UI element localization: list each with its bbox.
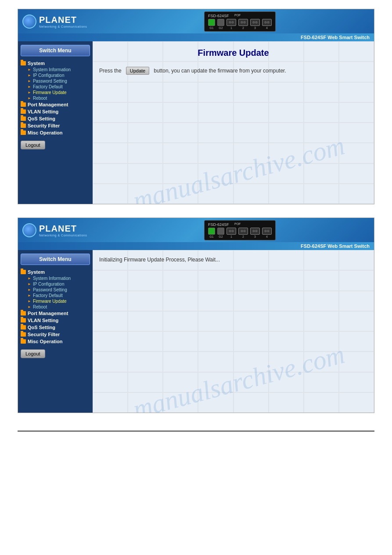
sidebar-item-reboot-2[interactable]: ► Reboot — [21, 304, 90, 310]
sidebar-item-firmware-1[interactable]: ► Firmware Update — [21, 90, 90, 95]
logo-text-area-2: PLANET Networking & Communications — [39, 224, 87, 237]
sidebar-item-sysinfo-1[interactable]: ► System Information — [21, 67, 90, 73]
arrow-icon-ipconfig-2: ► — [28, 282, 31, 286]
grid-cell — [128, 352, 163, 372]
port-sfp-3-icon-2 — [250, 228, 260, 235]
sidebar-section-misc-2[interactable]: Misc Operation — [21, 338, 90, 345]
sidebar-item-firmware-label-2: Firmware Update — [33, 299, 67, 304]
port-sfp-1-icon-2 — [227, 228, 236, 235]
folder-icon-system-2 — [21, 270, 26, 274]
sidebar-item-password-1[interactable]: ► Password Setting — [21, 78, 90, 84]
sidebar-security-label-1: Security Filter — [28, 123, 60, 128]
sidebar-section-security-1[interactable]: Security Filter — [21, 122, 90, 129]
folder-icon-misc-2 — [21, 339, 26, 344]
update-button-1[interactable]: Update — [126, 67, 149, 75]
sidebar-section-system-2[interactable]: System — [21, 268, 90, 276]
grid-cell — [163, 331, 198, 352]
sidebar-section-security-2[interactable]: Security Filter — [21, 331, 90, 338]
sidebar-section-vlan-2[interactable]: VLAN Setting — [21, 317, 90, 324]
logout-button-2[interactable]: Logout — [21, 349, 45, 358]
grid-cell — [234, 372, 269, 392]
grid-cell — [339, 352, 374, 372]
grid-cell — [198, 123, 233, 143]
grid-cell — [128, 331, 163, 352]
grid-cell — [163, 82, 198, 102]
sidebar-section-portmgmt-2[interactable]: Port Management — [21, 310, 90, 317]
grid-cell — [93, 352, 128, 372]
grid-cell — [128, 143, 163, 163]
grid-cell — [269, 291, 304, 311]
panel-1: PLANET Networking & Communications FSD-6… — [18, 9, 374, 204]
grid-cell — [234, 311, 269, 331]
sidebar-item-factory-1[interactable]: ► Factory Default — [21, 84, 90, 90]
sidebar-section-qos-2[interactable]: QoS Setting — [21, 324, 90, 331]
grid-cell — [339, 372, 374, 392]
arrow-icon-reboot-1: ► — [28, 96, 31, 100]
grid-cell — [128, 82, 163, 102]
sidebar-item-factory-label-1: Factory Default — [33, 84, 63, 89]
sidebar-section-portmgmt-1[interactable]: Port Management — [21, 101, 90, 108]
sidebar-item-ipconfig-2[interactable]: ► IP Configuration — [21, 281, 90, 287]
sidebar-section-system-1[interactable]: System — [21, 60, 90, 67]
grid-cell — [304, 123, 339, 143]
port-group-3: 3 — [250, 19, 260, 29]
main-area-2: Switch Menu System ► System Information … — [18, 250, 374, 413]
grid-cell — [198, 163, 233, 184]
content-title-1: Firmware Update — [99, 48, 367, 58]
grid-cell — [163, 270, 198, 290]
arrow-icon-password-2: ► — [28, 288, 31, 292]
folder-icon-misc-1 — [21, 131, 26, 135]
logo-text-area: PLANET Networking & Communications — [39, 15, 87, 28]
content-inner-2: Initializing Firmware Update Process, Pl… — [99, 257, 367, 263]
grid-cell — [198, 392, 233, 413]
grid-cell — [128, 184, 163, 204]
sidebar-item-sysinfo-2[interactable]: ► System Information — [21, 276, 90, 281]
port-group-1-2: 1 — [227, 228, 236, 238]
switch-menu-button-2[interactable]: Switch Menu — [21, 254, 90, 265]
grid-cell — [339, 392, 374, 413]
title-bar-1: FSD-624SF Web Smart Switch — [18, 33, 374, 41]
grid-cell — [304, 102, 339, 123]
port-sfp-4-icon — [262, 19, 272, 26]
grid-cell — [93, 331, 128, 352]
sidebar-item-password-2[interactable]: ► Password Setting — [21, 287, 90, 293]
sidebar-item-password-label-1: Password Setting — [33, 79, 67, 83]
grid-cell — [234, 184, 269, 204]
sidebar-section-misc-1[interactable]: Misc Operation — [21, 129, 90, 136]
grid-cell — [163, 163, 198, 184]
grid-cell — [93, 143, 128, 163]
sidebar-section-qos-1[interactable]: QoS Setting — [21, 115, 90, 122]
sidebar-section-vlan-1[interactable]: VLAN Setting — [21, 108, 90, 115]
switch-graphic-1: FSD-624SF POF G1 G2 1 — [110, 11, 370, 32]
panel-2: PLANET Networking & Communications FSD-6… — [18, 218, 374, 413]
grid-cell — [339, 270, 374, 290]
sidebar-item-ipconfig-1[interactable]: ► IP Configuration — [21, 73, 90, 78]
switch-box-1: FSD-624SF POF G1 G2 1 — [204, 11, 276, 32]
grid-cell — [304, 352, 339, 372]
grid-cell — [93, 102, 128, 123]
sidebar-item-factory-2[interactable]: ► Factory Default — [21, 293, 90, 298]
grid-cell — [339, 123, 374, 143]
sidebar-item-reboot-1[interactable]: ► Reboot — [21, 95, 90, 101]
grid-cell — [339, 311, 374, 331]
grid-cell — [269, 102, 304, 123]
switch-graphic-2: FSD-624SF POF G1 G2 1 — [110, 220, 370, 240]
grid-cell — [163, 372, 198, 392]
grid-cell — [163, 392, 198, 413]
logout-button-1[interactable]: Logout — [21, 141, 45, 149]
header-bar-1: PLANET Networking & Communications FSD-6… — [18, 9, 374, 33]
grid-cell — [304, 291, 339, 311]
desc-suffix-1: button, you can update the firmware from… — [154, 68, 286, 74]
bottom-divider — [18, 431, 374, 432]
grid-cell — [128, 372, 163, 392]
port-sfp-2-icon-2 — [238, 228, 248, 235]
port-g1-icon — [208, 19, 215, 26]
port-g2-icon-2 — [217, 228, 224, 235]
switch-menu-button-1[interactable]: Switch Menu — [21, 45, 90, 56]
grid-cell — [304, 372, 339, 392]
sidebar-item-reboot-label-1: Reboot — [33, 96, 47, 101]
content-area-2: Initializing Firmware Update Process, Pl… — [93, 250, 374, 413]
grid-cell — [269, 352, 304, 372]
grid-cell — [269, 372, 304, 392]
sidebar-item-firmware-2[interactable]: ► Firmware Update — [21, 298, 90, 304]
